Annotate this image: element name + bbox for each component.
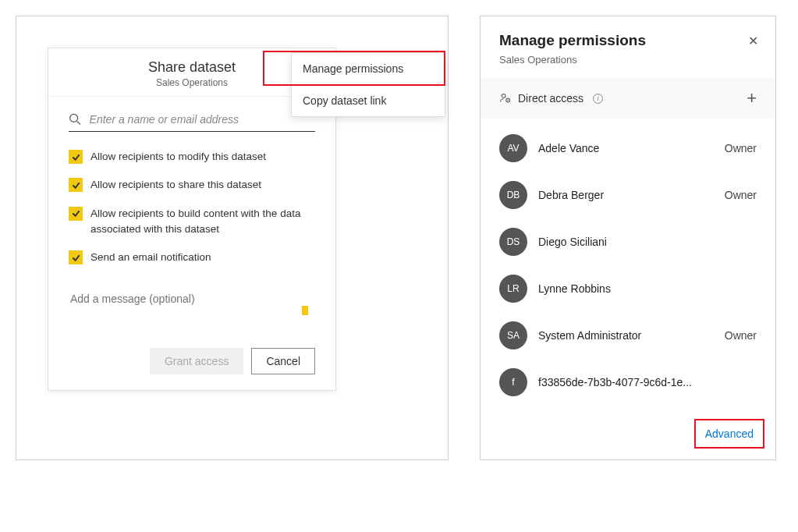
avatar: AV: [499, 134, 527, 162]
user-role: Owner: [725, 142, 757, 154]
user-name: Adele Vance: [538, 142, 714, 154]
user-row[interactable]: AV Adele Vance Owner: [481, 125, 775, 172]
direct-access-section: Direct access i +: [481, 78, 775, 119]
menu-manage-permissions[interactable]: Manage permissions: [292, 53, 445, 85]
advanced-link[interactable]: Advanced: [696, 423, 763, 445]
user-row[interactable]: f f33856de-7b3b-4077-9c6d-1e...: [481, 359, 775, 406]
grant-access-button[interactable]: Grant access: [150, 348, 243, 374]
menu-copy-link[interactable]: Copy dataset link: [292, 85, 445, 116]
svg-line-1: [77, 121, 80, 124]
share-dialog-container: Share dataset Sales Operations ··· Allow…: [16, 16, 449, 460]
section-label-wrap: Direct access i: [499, 92, 603, 105]
user-row[interactable]: SA System Administrator Owner: [481, 312, 775, 359]
user-row[interactable]: DS Diego Siciliani: [481, 218, 775, 265]
user-role: Owner: [725, 329, 757, 342]
checkbox-label: Allow recipients to modify this dataset: [90, 149, 266, 165]
permissions-title: Manage permissions: [499, 32, 757, 49]
svg-point-4: [507, 100, 509, 101]
search-icon: [69, 112, 82, 126]
user-name: System Administrator: [538, 329, 714, 342]
checkbox-icon: [69, 207, 83, 221]
cancel-button[interactable]: Cancel: [251, 348, 315, 374]
more-options-menu: Manage permissions Copy dataset link: [291, 52, 445, 117]
svg-point-2: [502, 94, 505, 98]
people-gear-icon: [499, 92, 512, 105]
user-row[interactable]: LR Lynne Robbins: [481, 265, 775, 312]
avatar: f: [499, 368, 527, 396]
checkbox-build[interactable]: Allow recipients to build content with t…: [69, 206, 315, 238]
checkbox-modify[interactable]: Allow recipients to modify this dataset: [69, 149, 315, 165]
user-name: f33856de-7b3b-4077-9c6d-1e...: [538, 376, 746, 388]
checkbox-share[interactable]: Allow recipients to share this dataset: [69, 177, 315, 193]
highlight-advanced: Advanced: [694, 419, 764, 449]
user-name: Debra Berger: [538, 189, 714, 201]
permissions-subtitle: Sales Operations: [499, 54, 757, 66]
checkbox-icon: [69, 178, 83, 192]
recipient-search-input[interactable]: [88, 112, 315, 126]
section-label: Direct access: [518, 92, 583, 105]
checkbox-email[interactable]: Send an email notification: [69, 250, 315, 265]
user-name: Diego Siciliani: [538, 236, 746, 248]
checkbox-icon: [69, 250, 83, 264]
manage-permissions-panel: Manage permissions Sales Operations ✕ Di…: [480, 16, 776, 460]
checkbox-icon: [69, 150, 83, 164]
add-user-button[interactable]: +: [747, 88, 757, 108]
share-body: Allow recipients to modify this dataset …: [48, 97, 335, 348]
close-button[interactable]: ✕: [748, 34, 758, 48]
avatar: SA: [499, 321, 527, 349]
info-icon[interactable]: i: [593, 94, 603, 104]
recipient-search-wrap: [69, 112, 315, 132]
svg-point-0: [70, 114, 78, 122]
permissions-footer: Advanced: [481, 413, 775, 459]
avatar: DB: [499, 181, 527, 209]
cursor-indicator: [302, 306, 308, 315]
user-row[interactable]: DB Debra Berger Owner: [481, 172, 775, 218]
checkbox-label: Allow recipients to build content with t…: [90, 206, 315, 238]
user-name: Lynne Robbins: [538, 282, 746, 295]
checkbox-label: Allow recipients to share this dataset: [90, 177, 261, 193]
user-list: AV Adele Vance Owner DB Debra Berger Own…: [481, 119, 775, 413]
share-footer: Grant access Cancel: [48, 348, 335, 390]
checkbox-label: Send an email notification: [90, 250, 211, 265]
avatar: DS: [499, 228, 527, 256]
user-role: Owner: [725, 189, 757, 201]
permissions-header: Manage permissions Sales Operations ✕: [481, 16, 775, 78]
message-input[interactable]: [69, 292, 315, 306]
avatar: LR: [499, 275, 527, 303]
